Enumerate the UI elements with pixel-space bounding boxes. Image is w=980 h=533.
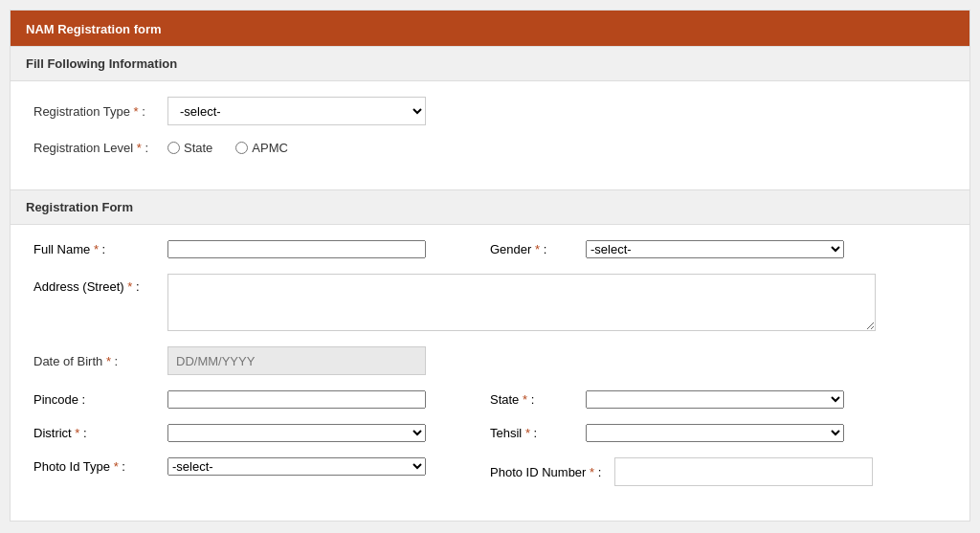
gender-group: Gender * : -select- [490, 240, 947, 258]
radio-apmc-text: APMC [252, 141, 288, 155]
district-tehsil-row: District * : Tehsil * : [33, 424, 947, 442]
tehsil-select[interactable] [586, 424, 844, 442]
radio-apmc[interactable] [235, 142, 248, 154]
form-container: NAM Registration form Fill Following Inf… [10, 10, 970, 522]
dob-group: Date of Birth * : [33, 346, 947, 375]
address-group: Address (Street) * : [33, 274, 876, 331]
state-group: State * : [490, 390, 947, 409]
photoid-row: Photo Id Type * : -select- Photo ID Numb… [33, 457, 947, 486]
dob-input[interactable] [167, 346, 426, 375]
registration-level-label: Registration Level * : [33, 141, 167, 155]
pincode-label: Pincode : [33, 392, 167, 407]
form-header: NAM Registration form [11, 11, 969, 46]
tehsil-group: Tehsil * : [490, 424, 947, 442]
fullname-input[interactable] [167, 240, 426, 258]
radio-state[interactable] [167, 142, 180, 154]
radio-state-label[interactable]: State [167, 141, 220, 155]
form-title: NAM Registration form [26, 22, 162, 36]
address-row: Address (Street) * : [33, 274, 947, 331]
photo-id-type-label: Photo Id Type * : [33, 459, 167, 474]
district-group: District * : [33, 424, 490, 442]
fullname-label: Full Name * : [33, 242, 167, 256]
tehsil-label: Tehsil * : [490, 426, 586, 440]
registration-type-row: Registration Type * : -select- [33, 97, 947, 125]
section2-header: Registration Form [11, 189, 969, 225]
section1-title: Fill Following Information [26, 56, 177, 71]
photo-id-number-input[interactable] [614, 457, 873, 486]
section2-title: Registration Form [26, 200, 133, 214]
address-textarea[interactable] [167, 274, 876, 331]
registration-type-select[interactable]: -select- [167, 97, 426, 125]
pincode-input[interactable] [167, 390, 426, 409]
radio-state-text: State [184, 141, 212, 155]
address-label: Address (Street) * : [33, 274, 167, 294]
fullname-group: Full Name * : [33, 240, 490, 258]
pincode-group: Pincode : [33, 390, 490, 409]
registration-level-row: Registration Level * : State APMC [33, 141, 947, 155]
registration-type-group: Registration Type * : -select- [33, 97, 947, 125]
gender-label: Gender * : [490, 242, 586, 256]
dob-label: Date of Birth * : [33, 354, 167, 368]
photo-id-type-select[interactable]: -select- [167, 457, 426, 476]
section2-body: Full Name * : Gender * : -select- [11, 225, 969, 521]
section1-header: Fill Following Information [11, 46, 969, 81]
radio-apmc-label[interactable]: APMC [235, 141, 296, 155]
registration-level-group: Registration Level * : State APMC [33, 141, 947, 155]
district-label: District * : [33, 426, 167, 440]
pincode-state-row: Pincode : State * : [33, 390, 947, 409]
gender-select[interactable]: -select- [586, 240, 844, 258]
required-marker: * [137, 141, 142, 155]
district-select[interactable] [167, 424, 426, 442]
fullname-gender-row: Full Name * : Gender * : -select- [33, 240, 947, 258]
photo-id-number-label: Photo ID Number * : [490, 465, 614, 479]
section1-body: Registration Type * : -select- Registrat… [11, 81, 969, 189]
photo-id-number-group: Photo ID Number * : [490, 457, 947, 486]
photo-id-type-group: Photo Id Type * : -select- [33, 457, 490, 476]
state-select[interactable] [586, 390, 844, 409]
registration-type-label: Registration Type * : [33, 104, 167, 119]
required-marker: * [134, 104, 139, 119]
registration-level-radio-group: State APMC [167, 141, 296, 155]
state-label: State * : [490, 392, 586, 407]
dob-row: Date of Birth * : [33, 346, 947, 375]
